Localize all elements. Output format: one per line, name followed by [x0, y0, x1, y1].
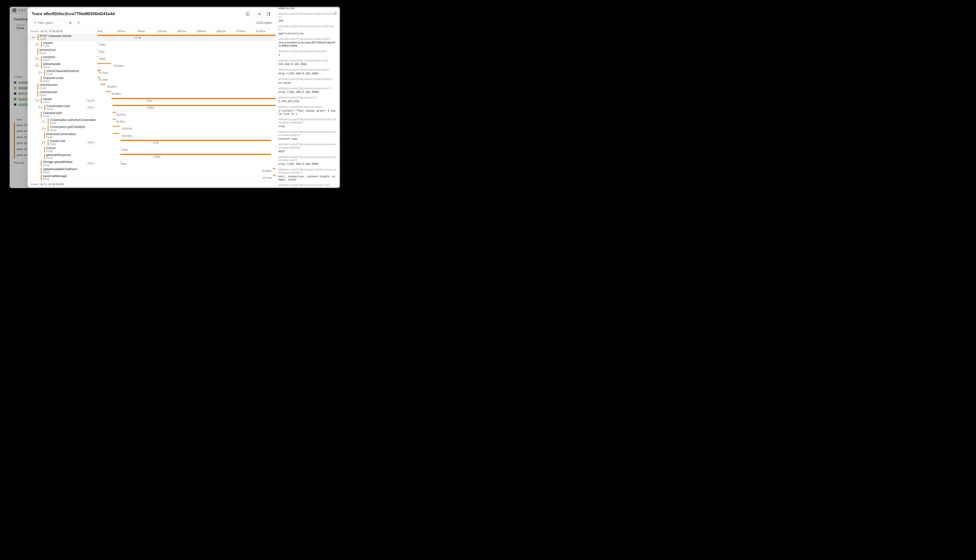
span-row[interactable]: checkSessionElysia96.54ms [28, 83, 276, 90]
span-child-count[interactable]: 2 ▾ [41, 141, 47, 144]
span-bar[interactable] [97, 70, 100, 71]
span-child-count[interactable]: 7 ▾ [37, 105, 43, 109]
span-service: Elysia [50, 129, 85, 132]
attribute-value: host, connection, content-length, pragma… [278, 175, 337, 181]
span-bar[interactable] [112, 98, 276, 99]
span-bar[interactable] [113, 126, 120, 127]
span-bar[interactable] [97, 49, 98, 50]
span-name: checkCharacterExistence [47, 70, 79, 73]
filter-spans-input-wrap[interactable] [32, 20, 65, 26]
span-child-count[interactable]: 1 ▾ [34, 43, 40, 46]
span-row[interactable]: saveChatMessageElysia52.73ms [28, 174, 276, 181]
span-child-count[interactable]: 1 ▾ [37, 71, 43, 74]
trace-link[interactable]: 9b84e8 [18, 87, 28, 90]
filter-spans-input[interactable] [38, 21, 63, 25]
span-row[interactable]: Storage.uploadMultipleElysiaFAST68µs [28, 160, 276, 167]
span-bar[interactable] [100, 84, 106, 85]
span-color-bar [37, 48, 38, 54]
span-row[interactable]: 4 ▾POST /character/:id/chatElysia3.174s [28, 34, 276, 41]
tab-counter: 4 of 6 [19, 9, 25, 12]
span-service: Elysia [50, 143, 65, 145]
span-row[interactable]: 1 ▾requestElysia134µs [28, 41, 276, 48]
span-duration: 242.63ms [112, 65, 124, 67]
attribute-value: keep-alive [278, 8, 337, 10]
span-bar[interactable] [273, 175, 276, 176]
span-row[interactable]: 1 ▸transformElysia105µs [28, 55, 276, 62]
span-bar[interactable] [97, 42, 98, 43]
span-bar[interactable] [113, 105, 276, 106]
span-service: Elysia [46, 136, 76, 138]
span-child-count[interactable]: 3 ▾ [34, 63, 40, 67]
span-service: Elysia [43, 178, 67, 180]
span-bar[interactable] [120, 140, 271, 141]
span-duration: 51.31ms [99, 72, 108, 74]
span-service: Elysia [40, 52, 56, 55]
span-row[interactable]: updateAvailableChatRoomElysia56.88ms [28, 167, 276, 174]
span-duration: 59.47ms [117, 113, 125, 116]
span-child-count[interactable]: 4 ▾ [31, 36, 37, 39]
trace-link[interactable]: afbc92 [18, 103, 28, 106]
service-filter[interactable]: Service Elysia [14, 23, 27, 31]
span-bar[interactable] [97, 35, 276, 36]
span-bar[interactable] [120, 161, 121, 162]
span-bar[interactable] [97, 63, 111, 64]
trace-link[interactable]: b3d342 [18, 97, 28, 100]
trace-link[interactable]: 669717 [18, 92, 28, 95]
span-bar[interactable] [113, 112, 116, 113]
span-color-bar [41, 42, 42, 47]
span-duration: 94.48ms [112, 93, 121, 95]
trace-link[interactable]: 3a469a [18, 81, 28, 84]
span-color-bar [41, 175, 42, 180]
span-row[interactable]: processCorsElysia54µs [28, 48, 276, 55]
attribute-key: attributes.custom["http.response.body"] [278, 105, 337, 109]
span-row[interactable]: 7 ▾Conversation.chatElysiaFAST2.836s [28, 104, 276, 111]
span-child-count[interactable]: 1 ▸ [34, 57, 40, 60]
span-name: checkSession [40, 83, 57, 87]
span-bar[interactable] [272, 168, 276, 169]
span-row[interactable]: Character.byIdElysia59.47ms [28, 111, 276, 118]
span-bar[interactable] [120, 147, 121, 148]
share-button[interactable] [256, 10, 263, 17]
span-child-count[interactable]: 1 ▾ [41, 127, 47, 130]
span-name: checkSession [40, 91, 57, 94]
span-name: POST /character/:id/chat [40, 35, 71, 38]
span-row[interactable]: 1 ▸Conversation.setActiveConversationEly… [28, 118, 276, 125]
span-name: instruct [46, 147, 56, 150]
span-row[interactable]: generateResponseElysia2.589s [28, 153, 276, 160]
chevron-icon: ▾ [37, 64, 38, 67]
span-bar[interactable] [120, 154, 271, 155]
close-icon[interactable]: ✕ [334, 10, 337, 14]
svg-line-6 [259, 14, 260, 15]
span-row[interactable]: 1 ▾handleElysiaSLOW2.93s [28, 97, 276, 104]
span-row[interactable]: 1 ▾checkCharacterExistenceElysia51.31ms [28, 69, 276, 76]
span-duration: 2.836s [125, 107, 154, 109]
span-bar[interactable] [113, 119, 115, 120]
span-child-count[interactable]: 1 ▸ [41, 120, 47, 123]
chevron-icon: ▾ [44, 141, 45, 144]
span-row[interactable]: 2 ▾Gemini.chatElysiaFAST2.59s [28, 139, 276, 146]
trace-color-swatch [14, 98, 16, 100]
list-view-button[interactable] [67, 20, 74, 26]
attribute-value: http://192.168.0.181:3000 [278, 162, 337, 165]
span-row[interactable]: 1 ▾Conversation.getChatsByIdElysia129.47… [28, 125, 276, 132]
span-bar[interactable] [97, 77, 100, 78]
attribute-value: session=6obnzs7pldkgs857t96ng7v6gu47nc00… [278, 40, 337, 47]
attribute-value: true [278, 124, 337, 128]
span-row[interactable]: instructElysia122µs [28, 146, 276, 153]
span-duration: 56.88ms [262, 170, 272, 172]
layout-button[interactable] [244, 10, 251, 17]
span-bar[interactable] [106, 91, 111, 92]
span-bar[interactable] [113, 133, 120, 134]
time-tick: 0ms [97, 30, 117, 33]
span-row[interactable]: findActiveConversationElysia129.34ms [28, 132, 276, 139]
filter-button[interactable] [75, 20, 82, 26]
span-child-count[interactable]: 1 ▾ [34, 98, 40, 102]
span-row[interactable]: 3 ▾beforeHandleElysia242.63ms [28, 62, 276, 69]
span-bar[interactable] [97, 56, 98, 57]
attribute-key: attributes.custom["http.request.header.c… [278, 25, 337, 31]
span-duration: 2.589s [133, 155, 160, 158]
span-row[interactable]: checkSessionElysia94.48ms [28, 90, 276, 97]
span-service: Elysia [47, 73, 79, 75]
span-row[interactable]: Character.existsElysia51.23ms [28, 76, 276, 83]
panel-toggle-button[interactable] [265, 10, 272, 17]
